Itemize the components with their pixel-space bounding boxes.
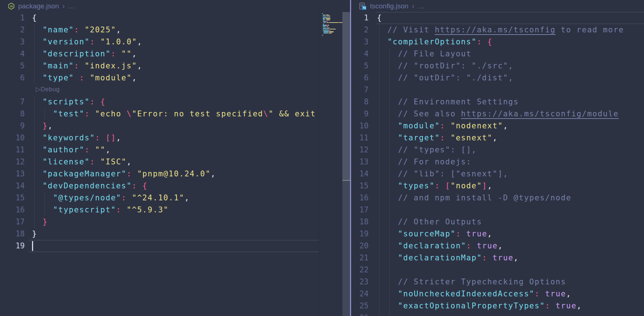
code-line[interactable]: 5 "main": "index.js", [0,60,350,72]
code-text[interactable]: // "outDir": "./dist", [377,72,644,84]
code-text[interactable]: "version": "1.0.0", [32,36,350,48]
line-number[interactable]: 16 [0,204,25,216]
code-line[interactable]: 2 "name": "2025", [0,24,350,36]
line-number[interactable]: 21 [351,252,369,264]
code-line[interactable]: 18} [0,228,350,240]
line-number[interactable]: 25 [351,300,369,312]
breadcrumb-file[interactable]: package.json [18,2,59,10]
code-line[interactable]: 17 [351,204,644,216]
line-number[interactable]: 1 [351,12,369,24]
code-text[interactable]: "compilerOptions": { [377,36,644,48]
code-line[interactable]: 19 "sourceMap": true, [351,228,644,240]
line-number[interactable]: 15 [351,180,369,192]
code-line[interactable]: 20 "declaration": true, [351,240,644,252]
code-text[interactable]: "main": "index.js", [32,60,350,72]
code-text[interactable]: "license": "ISC", [32,156,350,168]
code-line[interactable]: 24 "noUncheckedIndexedAccess": true, [351,288,644,300]
code-text[interactable]: // "lib": ["esnext"], [377,168,644,180]
line-number[interactable]: 13 [0,168,25,180]
code-line[interactable]: 5 // "rootDir": "./src", [351,60,644,72]
line-number[interactable]: 17 [351,204,369,216]
code-text[interactable]: "keywords": [], [32,132,350,144]
code-line[interactable]: 6 "type" : "module", [0,72,350,84]
code-text[interactable]: } [32,216,350,228]
code-line[interactable]: 3 "compilerOptions": { [351,36,644,48]
code-line[interactable]: 11 "author": "", [0,144,350,156]
line-number[interactable]: 6 [351,72,369,84]
code-text[interactable]: "typescript": "^5.9.3" [32,204,350,216]
code-line[interactable]: 1{ [0,12,350,24]
code-line[interactable]: 9 // See also https://aka.ms/tsconfig/mo… [351,108,644,120]
code-text[interactable] [377,264,644,276]
code-text[interactable]: "author": "", [32,144,350,156]
code-line[interactable]: 16 "typescript": "^5.9.3" [0,204,350,216]
line-number[interactable]: 11 [351,132,369,144]
code-text[interactable]: "devDependencies": { [32,180,350,192]
code-line[interactable]: 3 "version": "1.0.0", [0,36,350,48]
code-text[interactable]: }, [32,120,350,132]
code-line[interactable]: 12 // "types": [], [351,144,644,156]
line-number[interactable]: 16 [351,192,369,204]
line-number[interactable]: 9 [0,120,25,132]
line-number[interactable]: 2 [351,24,369,36]
code-line[interactable]: 4 // File Layout [351,48,644,60]
line-number[interactable]: 5 [351,60,369,72]
code-text[interactable]: // For nodejs: [377,156,644,168]
line-number[interactable]: 23 [351,276,369,288]
line-number[interactable]: 5 [0,60,25,72]
breadcrumb-file[interactable]: tsconfig.json [370,2,409,10]
code-text[interactable]: { [377,12,644,24]
line-number[interactable]: 18 [0,228,25,240]
code-text[interactable]: "packageManager": "pnpm@10.24.0", [32,168,350,180]
code-text[interactable]: // Environment Settings [377,96,644,108]
breadcrumb[interactable]: TS tsconfig.json › ... [351,0,644,12]
code-text[interactable]: "test": "echo \"Error: no test specified… [32,108,350,120]
code-text[interactable]: // "types": [], [377,144,644,156]
code-line[interactable]: 13 // For nodejs: [351,156,644,168]
line-number[interactable]: 14 [351,168,369,180]
comment-link[interactable]: https://aka.ms/tsconfig [435,25,556,34]
code-text[interactable]: // See also https://aka.ms/tsconfig/modu… [377,108,644,120]
line-number[interactable]: 8 [351,96,369,108]
code-text[interactable] [377,312,644,316]
code-line[interactable]: 16 // and npm install -D @types/node [351,192,644,204]
code-line[interactable]: 4 "description": "", [0,48,350,60]
line-number[interactable]: 26 [351,312,369,316]
code-text[interactable]: // Stricter Typechecking Options [377,276,644,288]
code-line[interactable]: 12 "license": "ISC", [0,156,350,168]
line-number[interactable]: 7 [0,96,25,108]
line-number[interactable]: 8 [0,108,25,120]
line-number[interactable]: 11 [0,144,25,156]
code-line[interactable]: 2 // Visit https://aka.ms/tsconfig to re… [351,24,644,36]
code-line[interactable]: 7 [351,84,644,96]
scrollbar-thumb[interactable] [342,12,350,181]
code-text[interactable] [32,240,350,252]
line-number[interactable]: 14 [0,180,25,192]
code-text[interactable]: "module": "nodenext", [377,120,644,132]
line-number[interactable]: 13 [351,156,369,168]
line-number[interactable]: 17 [0,216,25,228]
code-line[interactable]: 8 "test": "echo \"Error: no test specifi… [0,108,350,120]
code-line[interactable]: 26 [351,312,644,316]
code-text[interactable]: } [32,228,350,240]
code-line[interactable]: 13 "packageManager": "pnpm@10.24.0", [0,168,350,180]
line-number[interactable]: 20 [351,240,369,252]
code-text[interactable]: "noUncheckedIndexedAccess": true, [377,288,644,300]
code-text[interactable]: // and npm install -D @types/node [377,192,644,204]
code-line[interactable]: 15 "types": ["node"], [351,180,644,192]
code-line[interactable]: 10 "module": "nodenext", [351,120,644,132]
code-text[interactable]: "description": "", [32,48,350,60]
code-text[interactable]: "types": ["node"], [377,180,644,192]
code-line[interactable]: 25 "exactOptionalPropertyTypes": true, [351,300,644,312]
line-number[interactable]: 15 [0,192,25,204]
codelens-debug-link[interactable]: ▷Debug [36,86,60,93]
comment-link[interactable]: https://aka.ms/tsconfig/module [461,109,619,118]
code-line[interactable]: 14 // "lib": ["esnext"], [351,168,644,180]
code-line[interactable]: 15 "@types/node": "^24.10.1", [0,192,350,204]
breadcrumb-symbol-ellipsis[interactable]: ... [418,2,425,10]
code-text[interactable]: "type" : "module", [32,72,350,84]
line-number[interactable]: 22 [351,264,369,276]
code-text[interactable]: "target": "esnext", [377,132,644,144]
code-line[interactable]: 23 // Stricter Typechecking Options [351,276,644,288]
code-text[interactable]: "sourceMap": true, [377,228,644,240]
